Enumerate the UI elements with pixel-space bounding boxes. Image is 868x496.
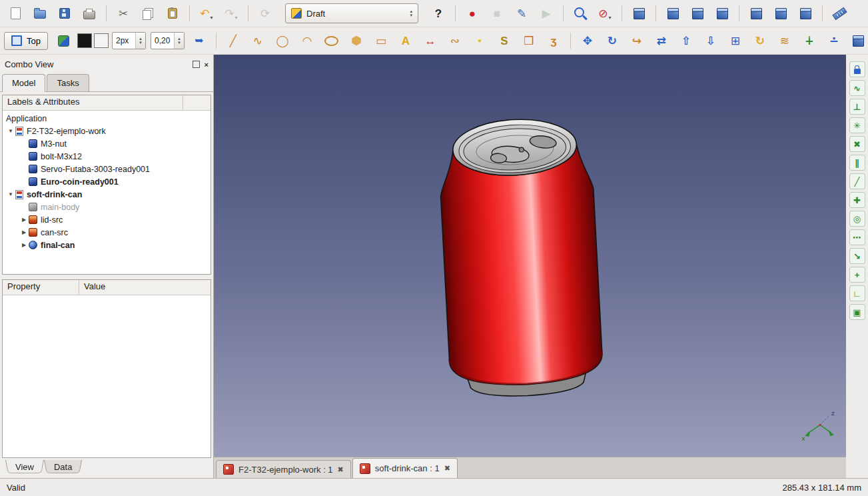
tree-item-main-body[interactable]: main-body: [3, 201, 211, 213]
whats-this-button[interactable]: ?: [427, 3, 450, 24]
line-color-swatch[interactable]: [77, 33, 92, 48]
3d-viewport[interactable]: z x: [214, 55, 846, 457]
combobox-arrows-icon[interactable]: ▴▾: [410, 9, 412, 17]
new-document-button[interactable]: [4, 3, 27, 24]
draft-wire-to-bspline-button[interactable]: ≋: [773, 30, 796, 51]
tree-item-servo-futaba-3003-ready001[interactable]: Servo-Futaba-3003-ready001: [3, 163, 211, 175]
panel-float-icon[interactable]: [193, 61, 200, 68]
snap-intersection-button[interactable]: ✖: [849, 136, 865, 152]
panel-splitter[interactable]: [0, 275, 213, 279]
draft-bezier-button[interactable]: ʒ: [542, 30, 565, 51]
draft-array-button[interactable]: ⊞: [724, 30, 747, 51]
line-width-spin-arrows[interactable]: ▴▾: [135, 33, 145, 49]
draft-trimex-button[interactable]: ⇄: [650, 30, 673, 51]
tree-item-m3-nut[interactable]: M3-nut: [3, 137, 211, 150]
view-bottom-button[interactable]: [769, 3, 792, 24]
view-top-button[interactable]: [686, 3, 709, 24]
snap-working-plane-button[interactable]: ▣: [849, 304, 865, 320]
snap-lock-button[interactable]: [849, 61, 865, 77]
snap-midpoint-button[interactable]: ∿: [849, 80, 865, 96]
close-tab-icon[interactable]: ✖: [338, 465, 344, 474]
tree-expander-icon[interactable]: ▶: [19, 242, 29, 248]
draft-remove-point-button[interactable]: ∸: [823, 30, 845, 51]
snap-perpendicular-button[interactable]: ⊥: [849, 99, 865, 115]
view-right-button[interactable]: [711, 3, 733, 24]
tree-header[interactable]: Labels & Attributes: [3, 95, 211, 111]
cut-button[interactable]: ✂: [112, 3, 135, 24]
dropdown-arrow-icon[interactable]: ▾: [235, 7, 238, 21]
property-header[interactable]: Property Value: [3, 280, 211, 295]
tab-tasks[interactable]: Tasks: [47, 74, 89, 91]
tree-item-lid-src[interactable]: ▶lid-src: [3, 213, 211, 226]
tree-item-f2-t32-ejemplo-work[interactable]: ▼F2-T32-ejemplo-work: [3, 125, 211, 137]
view-rear-button[interactable]: [745, 3, 767, 24]
draft-bspline-button[interactable]: ∾: [444, 30, 466, 51]
tree-item-euro-coin-ready001[interactable]: Euro-coin-ready001: [3, 175, 211, 188]
tree-item-final-can[interactable]: ▶final-can: [3, 239, 211, 251]
draft-ellipse-button[interactable]: [320, 30, 343, 51]
draft-dimension-button[interactable]: ↔: [419, 30, 442, 51]
draft-point-button[interactable]: ●: [468, 30, 491, 51]
snap-special-button[interactable]: ∟: [849, 285, 865, 301]
tree-item-can-src[interactable]: ▶can-src: [3, 226, 211, 239]
tab-view[interactable]: View: [5, 460, 44, 475]
draw-style-button[interactable]: ⊘▾: [594, 3, 616, 24]
value-column-header[interactable]: Value: [79, 280, 211, 295]
refresh-button[interactable]: ⟳: [254, 3, 276, 24]
text-size-spinner[interactable]: 0,20 ▴▾: [151, 32, 185, 49]
working-plane-button[interactable]: Top: [4, 32, 48, 50]
snap-parallel-button[interactable]: ∥: [849, 155, 865, 171]
draft-add-point-button[interactable]: ∔: [798, 30, 821, 51]
snap-center-button[interactable]: ◎: [849, 211, 865, 227]
macro-edit-button[interactable]: ✎: [510, 3, 533, 24]
draft-text-button[interactable]: A: [394, 30, 417, 51]
paste-button[interactable]: [161, 3, 184, 24]
print-button[interactable]: [78, 3, 101, 24]
open-document-button[interactable]: [29, 3, 51, 24]
document-tab[interactable]: F2-T32-ejemplo-work : 1✖: [216, 460, 351, 478]
snap-endpoint-button[interactable]: ╱: [849, 173, 865, 189]
property-column-header[interactable]: Property: [3, 280, 79, 295]
dropdown-arrow-icon[interactable]: ▾: [211, 7, 213, 21]
tree-expander-icon[interactable]: ▼: [6, 191, 15, 197]
copy-button[interactable]: [137, 3, 159, 24]
macro-record-button[interactable]: ●: [461, 3, 484, 24]
draft-polygon-button[interactable]: [345, 30, 368, 51]
draft-shape2dview-button[interactable]: [847, 30, 868, 51]
tab-model[interactable]: Model: [2, 74, 45, 92]
close-tab-icon[interactable]: ✖: [444, 464, 450, 473]
draft-circle-button[interactable]: ◯: [271, 30, 294, 51]
snap-near-button[interactable]: ↘: [849, 248, 865, 264]
line-width-spinner[interactable]: 2px ▴▾: [112, 32, 146, 49]
view-front-button[interactable]: [661, 3, 684, 24]
tree-expander-icon[interactable]: ▶: [19, 217, 29, 223]
draft-offset-button[interactable]: ↪: [626, 30, 648, 51]
view-axonometric-button[interactable]: [628, 3, 650, 24]
draft-line-button[interactable]: ╱: [222, 30, 244, 51]
workbench-selector[interactable]: Draft▴▾: [285, 3, 418, 23]
measure-distance-button[interactable]: [828, 3, 851, 24]
document-tab[interactable]: soft-drink-can : 1✖: [352, 458, 458, 478]
zoom-selection-button[interactable]: [569, 3, 592, 24]
tab-data[interactable]: Data: [44, 460, 82, 475]
undo-button[interactable]: ↶▾: [195, 3, 218, 24]
draft-rotate-button[interactable]: ↻: [601, 30, 624, 51]
tree-item-bolt-m3x12[interactable]: bolt-M3x12: [3, 150, 211, 163]
draft-wire-button[interactable]: ∿: [246, 30, 269, 51]
snap-ortho-button[interactable]: +: [849, 267, 865, 283]
draft-move-button[interactable]: ✥: [576, 30, 599, 51]
tree-header-label[interactable]: Labels & Attributes: [3, 95, 183, 110]
toggle-construction-button[interactable]: [53, 30, 75, 51]
snap-grid-button[interactable]: ✳: [849, 117, 865, 133]
draft-upgrade-button[interactable]: ⇧: [675, 30, 697, 51]
tree-expander-icon[interactable]: ▼: [6, 128, 15, 134]
draft-shapestring-button[interactable]: S: [493, 30, 516, 51]
redo-button[interactable]: ↷▾: [220, 3, 242, 24]
draft-facebinder-button[interactable]: ❒: [518, 30, 540, 51]
tree-item-application[interactable]: Application: [3, 112, 211, 125]
text-size-spin-arrows[interactable]: ▴▾: [174, 33, 184, 49]
draft-rectangle-button[interactable]: ▭: [370, 30, 392, 51]
view-left-button[interactable]: [794, 3, 817, 24]
draft-downgrade-button[interactable]: ⇩: [699, 30, 722, 51]
save-button[interactable]: [53, 3, 76, 24]
